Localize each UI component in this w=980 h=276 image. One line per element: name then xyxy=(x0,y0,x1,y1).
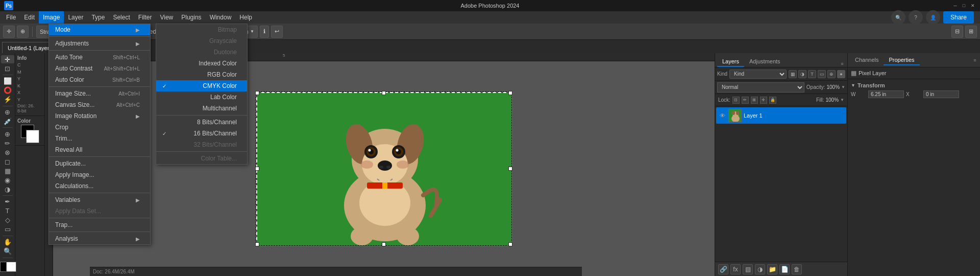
workspace-btn[interactable]: ⊞ xyxy=(965,26,977,38)
menu-duplicate[interactable]: Duplicate... xyxy=(49,158,150,169)
color-swatch-container[interactable] xyxy=(21,125,39,143)
menu-plugins[interactable]: Plugins xyxy=(177,11,205,24)
move-tool[interactable]: ✛ xyxy=(1,55,14,63)
handle-bl[interactable] xyxy=(255,242,259,246)
blur-tool[interactable]: ◉ xyxy=(1,176,14,184)
lock-artboards-icon[interactable]: ⊞ xyxy=(751,97,758,104)
lock-paint-icon[interactable]: ✏ xyxy=(742,97,749,104)
menu-crop[interactable]: Crop xyxy=(49,122,150,133)
menu-canvas-size[interactable]: Canvas Size... Alt+Ctrl+C xyxy=(49,99,150,110)
filter-toggle[interactable]: ● xyxy=(837,70,845,78)
filter-smart-icon[interactable]: ⊕ xyxy=(827,70,836,78)
brush-tool[interactable]: ✏ xyxy=(1,139,14,147)
minimize-button[interactable]: ─ xyxy=(952,3,959,9)
clone-tool[interactable]: ⊗ xyxy=(1,148,14,156)
menu-auto-tone[interactable]: Auto Tone Shift+Ctrl+L xyxy=(49,52,150,63)
hand-tool[interactable]: ✋ xyxy=(1,238,14,246)
layer-visibility-icon[interactable]: 👁 xyxy=(718,111,726,120)
menu-file[interactable]: File xyxy=(2,11,20,24)
menu-image-rotation[interactable]: Image Rotation ▶ xyxy=(49,110,150,122)
menu-window[interactable]: Window xyxy=(206,11,236,24)
menu-calculations[interactable]: Calculations... xyxy=(49,180,150,192)
shape-tool[interactable]: ▭ xyxy=(1,225,14,234)
canvas-content[interactable] xyxy=(53,61,715,276)
handle-mr[interactable] xyxy=(508,167,512,171)
info-btn[interactable]: ℹ xyxy=(260,26,269,38)
prop-x-input[interactable] xyxy=(923,90,959,98)
pen-tool[interactable]: ✒ xyxy=(1,198,14,206)
menu-variables[interactable]: Variables ▶ xyxy=(49,194,150,205)
menu-apply-image[interactable]: Apply Image... xyxy=(49,169,150,180)
background-color[interactable] xyxy=(6,262,16,272)
menu-image[interactable]: Image xyxy=(39,11,64,24)
submenu-indexed-color[interactable]: Indexed Color xyxy=(156,58,247,69)
lock-transparency-icon[interactable]: ⊡ xyxy=(732,97,740,104)
menu-select[interactable]: Select xyxy=(109,11,134,24)
artboard-tool[interactable]: ⊡ xyxy=(1,64,14,73)
submenu-8bit[interactable]: 8 Bits/Channel xyxy=(156,117,247,128)
canvas-document[interactable] xyxy=(256,92,511,245)
menu-image-size[interactable]: Image Size... Alt+Ctrl+I xyxy=(49,88,150,99)
menu-edit[interactable]: Edit xyxy=(20,11,39,24)
add-group-icon[interactable]: 📁 xyxy=(767,264,777,274)
submenu-rgb[interactable]: RGB Color xyxy=(156,69,247,80)
share-button[interactable]: Share xyxy=(943,11,974,24)
handle-tm[interactable] xyxy=(382,91,386,95)
menu-trap[interactable]: Trap... xyxy=(49,219,150,231)
search-icon[interactable]: 🔍 xyxy=(891,10,905,25)
move-tool-btn[interactable]: ✛ xyxy=(3,26,15,38)
properties-expand[interactable]: ≡ xyxy=(972,57,978,63)
layers-panel-expand[interactable]: ≡ xyxy=(839,61,845,67)
adjustments-tab[interactable]: Adjustments xyxy=(744,57,786,67)
filter-type-icon[interactable]: T xyxy=(808,70,816,78)
eyedropper-tool[interactable]: 💉 xyxy=(1,117,14,125)
gradient-tool[interactable]: ▦ xyxy=(1,167,14,175)
expand-btn[interactable]: ⊟ xyxy=(951,26,963,38)
layers-tab[interactable]: Layers xyxy=(717,57,744,67)
menu-mode[interactable]: Mode ▶ xyxy=(49,24,150,35)
submenu-cmyk[interactable]: ✓ CMYK Color xyxy=(156,80,247,91)
handle-bm[interactable] xyxy=(382,242,386,246)
menu-auto-contrast[interactable]: Auto Contrast Alt+Shift+Ctrl+L xyxy=(49,63,150,74)
lock-move-icon[interactable]: ✛ xyxy=(760,97,767,104)
submenu-lab[interactable]: Lab Color xyxy=(156,91,247,103)
add-adjustment-icon[interactable]: ◑ xyxy=(755,264,765,274)
color-swatches[interactable] xyxy=(0,262,16,272)
handle-tr[interactable] xyxy=(508,91,512,95)
crop-tool[interactable]: ⊕ xyxy=(1,108,14,116)
menu-adjustments[interactable]: Adjustments ▶ xyxy=(49,38,150,49)
lasso-tool[interactable]: ⭕ xyxy=(1,86,14,95)
layer-row[interactable]: 👁 Layer 1 xyxy=(716,107,846,124)
prop-w-input[interactable] xyxy=(868,90,904,98)
undo-btn[interactable]: ↩ xyxy=(271,26,283,38)
link-layers-icon[interactable]: 🔗 xyxy=(718,264,728,274)
handle-br[interactable] xyxy=(508,242,512,246)
healing-tool[interactable]: ⊕ xyxy=(1,130,14,138)
eraser-tool[interactable]: ◻ xyxy=(1,157,14,166)
magic-wand-tool[interactable]: ⚡ xyxy=(1,96,14,104)
handle-tl[interactable] xyxy=(255,91,259,95)
menu-analysis[interactable]: Analysis ▶ xyxy=(49,233,150,244)
menu-reveal-all[interactable]: Reveal All xyxy=(49,144,150,155)
menu-layer[interactable]: Layer xyxy=(64,11,87,24)
delete-layer-icon[interactable]: 🗑 xyxy=(792,264,802,274)
menu-trim[interactable]: Trim... xyxy=(49,133,150,144)
background-swatch[interactable] xyxy=(26,130,39,143)
lock-all-icon[interactable]: 🔒 xyxy=(769,97,776,104)
layers-kind-select[interactable]: Kind xyxy=(729,70,787,79)
filter-shape-icon[interactable]: ▭ xyxy=(818,70,826,78)
add-mask-icon[interactable]: ▧ xyxy=(743,264,753,274)
dodge-tool[interactable]: ◑ xyxy=(1,185,14,193)
menu-type[interactable]: Type xyxy=(87,11,109,24)
add-style-icon[interactable]: fx xyxy=(730,264,741,274)
account-icon[interactable]: 👤 xyxy=(926,10,940,25)
filter-adjustment-icon[interactable]: ◑ xyxy=(798,70,806,78)
help-icon[interactable]: ? xyxy=(909,10,923,25)
handle-ml[interactable] xyxy=(255,167,259,171)
type-tool[interactable]: T xyxy=(1,207,14,215)
crop-tool-btn[interactable]: ⊕ xyxy=(17,26,29,38)
menu-auto-color[interactable]: Auto Color Shift+Ctrl+B xyxy=(49,74,150,85)
channels-tab[interactable]: Channels xyxy=(850,55,884,65)
path-tool[interactable]: ◇ xyxy=(1,216,14,224)
blend-mode-select[interactable]: Normal xyxy=(717,82,804,93)
